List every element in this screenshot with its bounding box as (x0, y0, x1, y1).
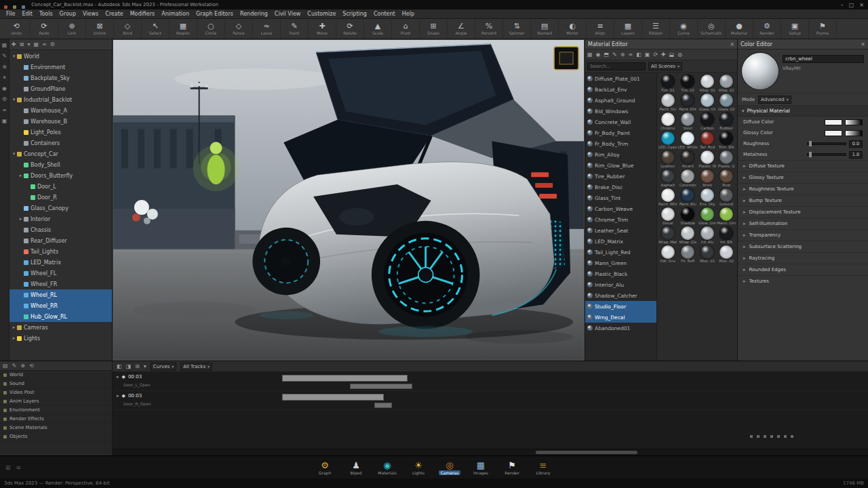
trackview-header-icon[interactable]: ✎ (12, 363, 17, 369)
material-editor-tool-icon[interactable]: ⊕ (620, 52, 625, 58)
toolbar-button[interactable]: ⟲ Undo (3, 20, 31, 39)
scrollbar-thumb[interactable] (536, 451, 637, 454)
material-tree-item[interactable]: Abandoned01 (585, 323, 656, 333)
material-thumbnail[interactable]: Shadow (677, 207, 698, 225)
shortcut-item[interactable]: ◎ Cameras (439, 460, 460, 475)
scene-tree-item[interactable]: ▾ Concept_Car (9, 148, 112, 159)
collapsed-section-row[interactable]: ▸ Glossy Texture (738, 171, 868, 183)
material-editor-tool-icon[interactable]: ⬓ (669, 52, 675, 58)
material-tree-item[interactable]: Carbon_Weave (585, 203, 656, 214)
menu-item[interactable]: Civil View (271, 11, 304, 17)
scene-tree-item[interactable]: Wheel_FR (9, 279, 112, 289)
material-thumbnail[interactable]: Rubber (717, 113, 736, 130)
material-thumbnail[interactable]: Alloy_02 (717, 75, 736, 92)
material-thumbnail[interactable]: Rust (717, 169, 736, 187)
scene-tree-item[interactable]: Body_Shell (9, 159, 112, 170)
material-name-field[interactable] (783, 55, 864, 63)
expand-arrow-icon[interactable]: ▸ (18, 216, 24, 222)
toolbar-button[interactable]: ⟳ Redo (31, 20, 58, 39)
material-tree-item[interactable]: Leather_Seat (585, 225, 656, 236)
material-thumbnail[interactable]: Tail_Red (698, 131, 716, 149)
material-filter-dropdown[interactable]: All Scenes▾ (648, 62, 682, 70)
toolbar-button[interactable]: ◇ Fence (225, 20, 253, 39)
toolbar-button[interactable]: ◉ Curve (670, 20, 698, 39)
trackview-mode-dropdown[interactable]: Curves▾ (151, 363, 176, 371)
toolbar-button[interactable]: ⇅ Spinner (503, 20, 531, 39)
expand-arrow-icon[interactable]: ▾ (11, 97, 17, 102)
menu-item[interactable]: Edit (18, 11, 36, 17)
toolbar-button[interactable]: ⌂ Pivot (392, 20, 420, 39)
explorer-strip-icon[interactable]: ▦ (2, 42, 7, 48)
material-thumbnail[interactable]: Glow_Grn (698, 207, 716, 225)
scene-tree-item[interactable]: Wheel_RR (9, 300, 112, 311)
material-editor-tool-icon[interactable]: ≡ (629, 52, 633, 58)
material-thumbnail[interactable]: Ground (717, 188, 736, 206)
trackview-tool-icon[interactable]: ◨ (126, 363, 132, 369)
material-editor-tool-icon[interactable]: ▣ (645, 52, 650, 58)
parameter-slider[interactable] (807, 153, 846, 156)
toolbar-button[interactable]: ⊕ Link (58, 20, 86, 39)
material-tree-item[interactable]: Rim_Alloy (585, 149, 656, 160)
track-row[interactable]: Sound (0, 380, 112, 388)
explorer-toolbar-icon[interactable]: ≡ (42, 41, 47, 47)
toolbar-button[interactable]: ≡ Align (587, 20, 614, 39)
material-thumbnail[interactable]: Hdr_Env (658, 245, 677, 263)
viewport-3d[interactable] (113, 39, 585, 361)
bottom-left-icon[interactable]: ⊞ (5, 464, 11, 471)
explorer-strip-icon[interactable]: ≡ (2, 107, 7, 113)
physical-material-section[interactable]: ▾ Physical Material (738, 106, 868, 117)
material-thumbnail[interactable]: Mann_Grn (717, 207, 736, 225)
parameter-value[interactable]: 0.0 (849, 140, 863, 148)
material-thumbnail[interactable]: Int_Blk (717, 226, 736, 244)
scene-tree-item[interactable]: ▾ Industrial_Backlot (9, 94, 112, 105)
properties-close-icon[interactable]: ✕ (861, 41, 865, 47)
collapsed-section-row[interactable]: ▸ Self-Illumination (738, 218, 868, 229)
mode-dropdown[interactable]: Advanced▾ (758, 96, 791, 104)
clip-expand-icon[interactable]: ▸ (117, 393, 119, 399)
shortcut-item[interactable]: ⚙ Graph (315, 460, 335, 475)
menu-item[interactable]: Scripting (339, 11, 370, 17)
explorer-toolbar-icon[interactable]: ⊠ (20, 41, 24, 47)
shortcut-item[interactable]: ⚑ Render (502, 460, 522, 475)
toolbar-button[interactable]: ◐ Mirror (559, 20, 587, 39)
scene-tree-item[interactable]: LED_Matrix (9, 257, 112, 268)
clip-bar[interactable] (282, 394, 384, 401)
toolbar-button[interactable]: ↖ Select (142, 20, 170, 39)
menu-item[interactable]: File (3, 11, 18, 17)
material-thumbnail[interactable]: LED_Cyan (658, 131, 677, 149)
track-row[interactable]: Environment (0, 406, 112, 415)
scene-tree-item[interactable]: Light_Poles (9, 127, 112, 138)
scene-tree-item[interactable]: Wheel_RL (9, 289, 112, 300)
trackview-filter-dropdown[interactable]: All Tracks▾ (180, 363, 212, 371)
material-editor-tool-icon[interactable]: ✎ (612, 52, 617, 58)
track-row[interactable]: Render Effects (0, 415, 112, 424)
toolbar-button[interactable]: ⊠ Unlink (86, 20, 114, 39)
trackview-header-icon[interactable]: ▤ (3, 363, 8, 369)
scene-tree-item[interactable]: ▸ Lights (9, 333, 112, 344)
clip-row[interactable]: ▸ ◆ 00:03 Door_R_Open (113, 391, 868, 410)
scene-tree-item[interactable]: Containers (9, 138, 112, 148)
clip-row[interactable]: ▸ ◆ 00:03 Door_L_Open (113, 372, 868, 391)
material-thumbnail[interactable]: Chrome (658, 113, 677, 130)
explorer-toolbar-icon[interactable]: ▦ (33, 41, 39, 47)
material-thumbnail[interactable]: Plastic_W (698, 150, 716, 168)
scene-tree-item[interactable]: ▸ Cameras (9, 322, 112, 333)
scene-tree-item[interactable]: Warehouse_B (9, 116, 112, 127)
clip-sub-bar[interactable] (350, 384, 412, 389)
material-tree-item[interactable]: Mann_Green (585, 258, 656, 268)
collapsed-section-row[interactable]: ▸ Displacement Texture (738, 206, 868, 218)
gradient-swatch[interactable] (845, 130, 863, 136)
explorer-toolbar-icon[interactable]: ▾ (27, 41, 30, 47)
clip-sub-bar[interactable] (374, 403, 392, 408)
menu-item[interactable]: Views (79, 11, 102, 17)
menu-item[interactable]: Help (399, 11, 418, 17)
scene-tree-item[interactable]: Hub_Glow_RL (9, 311, 112, 322)
explorer-strip-icon[interactable]: ⊕ (2, 64, 7, 70)
material-tree-item[interactable]: Fr_Body_Trim (585, 138, 656, 149)
menu-item[interactable]: Graph Editors (193, 11, 237, 17)
scene-tree-item[interactable]: Backplate_Sky (9, 73, 112, 83)
collapsed-section-row[interactable]: ▸ Textures (738, 275, 868, 287)
track-row[interactable]: Anim Layers (0, 397, 112, 406)
toolbar-button[interactable]: ◇ Bind (114, 20, 142, 39)
toolbar-button[interactable]: ⚑ Frame (809, 20, 837, 39)
